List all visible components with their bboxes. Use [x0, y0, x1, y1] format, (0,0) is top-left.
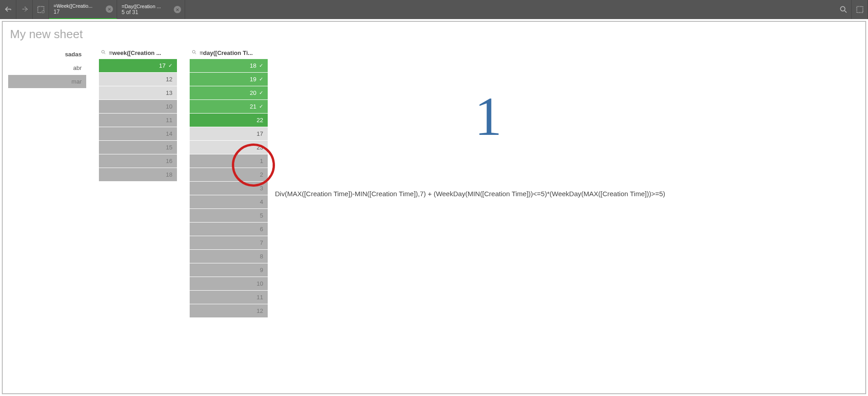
filter-item-label: 1 — [260, 158, 263, 164]
filter-item-label: 18 — [250, 62, 256, 69]
filter-item[interactable]: 13 — [99, 86, 177, 100]
svg-point-5 — [192, 50, 195, 53]
filter-item-label: 3 — [260, 185, 263, 192]
selections-tool-icon[interactable] — [852, 0, 868, 19]
filter-item[interactable]: 10 — [190, 277, 268, 291]
filter-item-label: 14 — [166, 130, 172, 137]
filter-item[interactable]: 4 — [190, 195, 268, 209]
filter-item[interactable]: 8 — [190, 250, 268, 263]
filter-item-label: 5 — [260, 212, 263, 219]
filter-item-label: 11 — [257, 294, 263, 301]
filter-item-label: 16 — [166, 158, 172, 164]
selection-tab-title: =Day([Creation ... — [122, 4, 172, 9]
filter-item[interactable]: 6 — [190, 223, 268, 236]
filter-item[interactable]: 23 — [190, 141, 268, 154]
step-back-icon[interactable] — [0, 0, 16, 19]
step-forward-icon[interactable] — [16, 0, 33, 19]
selection-tab-value: 17 — [54, 9, 112, 15]
selection-tab-day[interactable]: =Day([Creation ... 5 of 31 ✕ — [117, 0, 185, 19]
filter-item[interactable]: 18✓ — [190, 59, 268, 73]
filter-item[interactable]: 3 — [190, 182, 268, 195]
expression-text: Div(MAX([Creation Time])-MIN([Creation T… — [275, 190, 665, 198]
filter-item-label: 12 — [257, 307, 263, 314]
search-icon — [191, 50, 197, 56]
filter-header: sadas — [8, 48, 86, 61]
filter-item[interactable]: 11 — [99, 114, 177, 127]
filter-item[interactable]: 14 — [99, 127, 177, 141]
filter-item-label: 10 — [257, 280, 263, 287]
filter-item[interactable]: 17✓ — [99, 59, 177, 73]
filter-item[interactable]: abr — [8, 61, 86, 75]
filter-item-label: 22 — [257, 117, 263, 124]
filter-item[interactable]: 19✓ — [190, 73, 268, 86]
filter-item[interactable]: 17 — [190, 127, 268, 141]
filter-item-label: 19 — [250, 76, 256, 83]
search-icon — [101, 50, 106, 56]
filter-item[interactable]: mar — [8, 75, 86, 89]
filter-item[interactable]: 20✓ — [190, 86, 268, 100]
filter-item-label: 11 — [166, 117, 172, 124]
filter-pane-day: =day([Creation Ti... 18✓19✓20✓21✓2217231… — [190, 48, 268, 318]
close-icon[interactable]: ✕ — [174, 6, 181, 13]
filter-item[interactable]: 12 — [190, 304, 268, 318]
search-icon[interactable] — [835, 0, 852, 19]
check-icon: ✓ — [168, 63, 172, 69]
filter-item-label: 2 — [260, 171, 263, 178]
filter-item-label: 21 — [250, 103, 256, 110]
svg-point-4 — [102, 50, 104, 53]
clear-selections-icon[interactable] — [33, 0, 49, 19]
filter-item-label: 8 — [260, 253, 263, 260]
check-icon: ✓ — [259, 104, 263, 109]
filter-item[interactable]: 11 — [190, 291, 268, 304]
kpi-value: 1 — [475, 85, 502, 148]
filter-item-label: mar — [72, 78, 82, 85]
filter-item-label: abr — [73, 64, 82, 71]
selections-toolbar: =Week([Creatio... 17 ✕ =Day([Creation ..… — [0, 0, 868, 19]
check-icon: ✓ — [259, 76, 263, 82]
filter-item-label: 15 — [166, 144, 172, 151]
filter-item-label: 17 — [257, 130, 263, 137]
selection-tab-title: =Week([Creatio... — [54, 3, 103, 9]
filter-item[interactable]: 1 — [190, 154, 268, 168]
check-icon: ✓ — [259, 63, 263, 69]
filter-item-label: 10 — [166, 103, 172, 110]
svg-point-2 — [840, 6, 845, 11]
filter-item[interactable]: 12 — [99, 73, 177, 86]
filter-item-label: 20 — [250, 89, 256, 96]
filter-item-label: 4 — [260, 198, 263, 205]
filter-item-label: 12 — [166, 76, 172, 83]
filter-item-label: 6 — [260, 226, 263, 233]
svg-rect-3 — [857, 6, 863, 12]
close-icon[interactable]: ✕ — [106, 5, 113, 13]
filter-item[interactable]: 2 — [190, 168, 268, 182]
check-icon: ✓ — [259, 90, 263, 96]
filter-item[interactable]: 5 — [190, 209, 268, 223]
filter-item-label: 17 — [159, 62, 166, 69]
filter-item[interactable]: 18 — [99, 168, 177, 182]
selection-tab-value: 5 of 31 — [122, 9, 180, 15]
sheet-title: My new sheet — [10, 27, 860, 41]
filter-item[interactable]: 16 — [99, 154, 177, 168]
filter-item[interactable]: 10 — [99, 100, 177, 114]
filter-item-label: 9 — [260, 267, 263, 273]
filter-item-label: 7 — [260, 239, 263, 246]
filter-item[interactable]: 15 — [99, 141, 177, 154]
filter-item[interactable]: 21✓ — [190, 100, 268, 114]
filter-header[interactable]: =week([Creation ... — [99, 48, 177, 59]
filter-item[interactable]: 22 — [190, 114, 268, 127]
filter-header[interactable]: =day([Creation Ti... — [190, 48, 268, 59]
sheet: My new sheet sadas abrmar =week([Creatio… — [2, 21, 866, 394]
filter-item-label: 23 — [257, 144, 263, 151]
filter-item-label: 13 — [166, 89, 172, 96]
filter-item[interactable]: 9 — [190, 263, 268, 277]
filter-item[interactable]: 7 — [190, 236, 268, 250]
filter-pane-sadas: sadas abrmar — [8, 48, 86, 89]
filter-item-label: 18 — [166, 171, 172, 178]
selection-tab-week[interactable]: =Week([Creatio... 17 ✕ — [49, 0, 117, 19]
filter-pane-week: =week([Creation ... 17✓1213101114151618 — [99, 48, 177, 182]
